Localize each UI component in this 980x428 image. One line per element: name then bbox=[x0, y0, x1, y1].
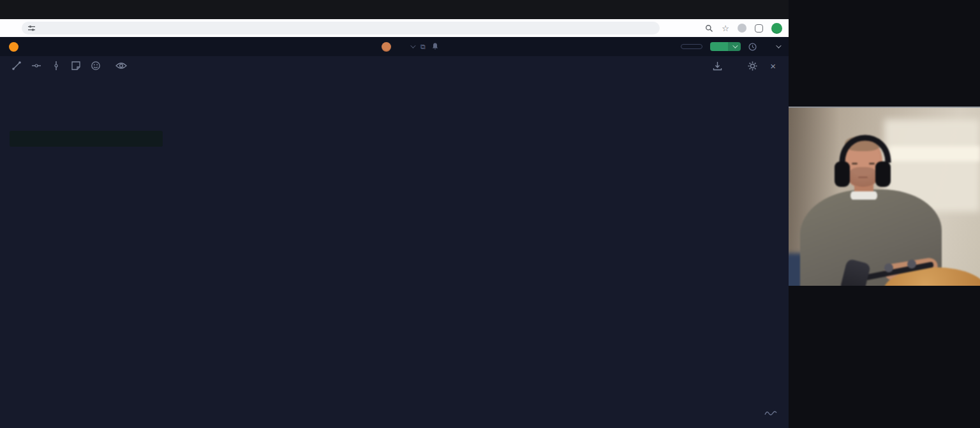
share-button[interactable] bbox=[710, 42, 741, 51]
horizontal-line-tool-icon[interactable] bbox=[31, 61, 41, 71]
extension-icon[interactable] bbox=[738, 24, 746, 33]
calendar-clock-icon[interactable] bbox=[748, 43, 757, 51]
site-settings-icon[interactable] bbox=[28, 25, 35, 32]
vertical-line-tool-icon[interactable] bbox=[51, 61, 61, 71]
share-dropdown-icon[interactable] bbox=[728, 42, 741, 51]
toolbar-right-icons: ☆ bbox=[705, 23, 782, 34]
mic-mount-knob bbox=[884, 263, 893, 272]
bottom-metric-icon[interactable] bbox=[764, 408, 777, 420]
note-tool-icon[interactable] bbox=[71, 61, 81, 71]
notifications-bell-icon[interactable] bbox=[432, 43, 438, 51]
chart-plot[interactable] bbox=[0, 56, 789, 428]
trend-line-tool-icon[interactable] bbox=[11, 61, 22, 71]
extensions-menu-icon[interactable] bbox=[755, 24, 763, 33]
browser-window: ☆ bbox=[0, 0, 789, 37]
chevron-down-icon[interactable] bbox=[410, 43, 415, 48]
visibility-eye-icon[interactable] bbox=[115, 61, 127, 70]
chart-tooltip bbox=[10, 131, 163, 147]
mic-mount-knob-2 bbox=[907, 260, 916, 269]
bitcoin-logo-icon bbox=[9, 42, 19, 52]
user-avatar[interactable] bbox=[382, 42, 391, 52]
webcam-panel bbox=[789, 0, 980, 428]
close-chart-icon[interactable]: × bbox=[770, 61, 776, 71]
webcam-video bbox=[789, 107, 980, 286]
chart-panel: × bbox=[0, 56, 789, 428]
search-icon[interactable] bbox=[705, 24, 713, 33]
browser-tab-strip bbox=[0, 0, 789, 19]
headphones bbox=[832, 122, 903, 192]
person-collar bbox=[850, 191, 877, 200]
view-mode-select[interactable] bbox=[772, 45, 780, 48]
layout-info: ⧉ bbox=[382, 42, 438, 52]
header-actions bbox=[681, 42, 780, 51]
browser-profile-avatar[interactable] bbox=[771, 23, 782, 34]
drawing-toolbar bbox=[11, 61, 127, 71]
address-bar[interactable] bbox=[22, 22, 660, 34]
person bbox=[789, 108, 980, 286]
chart-actions-toolbar: × bbox=[713, 61, 776, 71]
emoji-tool-icon[interactable] bbox=[91, 61, 101, 71]
download-icon[interactable] bbox=[713, 61, 722, 71]
settings-gear-icon[interactable] bbox=[748, 61, 757, 71]
save-button[interactable] bbox=[681, 44, 702, 49]
browser-toolbar: ☆ bbox=[0, 19, 789, 37]
copy-layout-icon[interactable]: ⧉ bbox=[420, 43, 426, 51]
app-header: ⧉ bbox=[0, 37, 789, 56]
bookmark-star-icon[interactable]: ☆ bbox=[722, 24, 729, 33]
